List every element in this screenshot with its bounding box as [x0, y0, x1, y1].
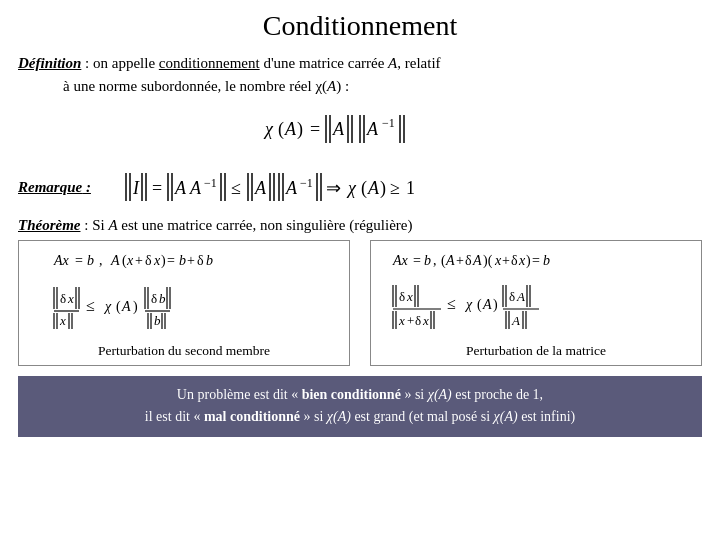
svg-text:χ: χ: [263, 119, 274, 139]
svg-text:x: x: [494, 253, 502, 268]
svg-text:I: I: [132, 178, 140, 198]
page-title: Conditionnement: [18, 10, 702, 42]
svg-text:A: A: [110, 253, 120, 268]
svg-text:χ: χ: [103, 299, 112, 314]
svg-text:δ: δ: [197, 253, 204, 268]
svg-text:≥: ≥: [390, 178, 400, 198]
svg-text:x: x: [406, 289, 413, 304]
svg-text:=: =: [152, 178, 162, 198]
svg-text:(: (: [116, 299, 121, 315]
svg-text:A: A: [285, 178, 298, 198]
svg-text:b: b: [179, 253, 186, 268]
svg-text:x: x: [398, 313, 405, 328]
definition-keyword: conditionnement: [159, 55, 260, 71]
svg-text:δ: δ: [465, 253, 472, 268]
svg-text:,: ,: [433, 253, 437, 268]
svg-text:δ: δ: [415, 313, 421, 328]
svg-text:δ: δ: [509, 289, 515, 304]
svg-text:b: b: [206, 253, 213, 268]
svg-text:⇒: ⇒: [326, 178, 341, 198]
svg-text:): ): [526, 253, 531, 269]
svg-text:≤: ≤: [447, 295, 456, 312]
svg-text:Ax: Ax: [392, 253, 409, 268]
svg-text:): ): [380, 178, 386, 199]
svg-text:x: x: [67, 291, 74, 306]
bottom-bar: Un problème est dit « bien conditionné »…: [18, 376, 702, 437]
definition-colon: :: [341, 78, 349, 94]
svg-text:δ: δ: [60, 291, 66, 306]
box2: Ax = b , ( A + δ A )( x + δ x ) = b: [370, 240, 702, 366]
svg-text:χ: χ: [346, 178, 357, 198]
svg-text:=: =: [532, 253, 540, 268]
svg-text:)(: )(: [483, 253, 493, 269]
svg-text:+: +: [456, 253, 464, 268]
svg-text:): ): [133, 299, 138, 315]
svg-text:≤: ≤: [231, 178, 241, 198]
svg-text:=: =: [310, 119, 320, 139]
svg-text:A: A: [367, 178, 380, 198]
svg-text:A: A: [121, 299, 131, 314]
svg-text:A: A: [472, 253, 482, 268]
svg-text:=: =: [75, 253, 83, 268]
svg-text:A: A: [511, 313, 520, 328]
svg-text:b: b: [159, 291, 166, 306]
svg-text:≤: ≤: [86, 297, 95, 314]
svg-text:): ): [297, 119, 303, 140]
remarque-label: Remarque :: [18, 179, 108, 196]
svg-text:χ: χ: [464, 297, 473, 312]
theorem-text: Théorème : Si A est une matrice carrée, …: [18, 217, 702, 234]
svg-text:+: +: [407, 313, 414, 328]
svg-text:x: x: [422, 313, 429, 328]
svg-text:=: =: [413, 253, 421, 268]
box2-caption: Perturbation de la matrice: [381, 343, 691, 359]
svg-text:Ax: Ax: [53, 253, 70, 268]
svg-text:−1: −1: [382, 116, 395, 130]
svg-text:b: b: [543, 253, 550, 268]
definition-text2: d'une matrice carrée: [260, 55, 388, 71]
box1-caption: Perturbation du second membre: [29, 343, 339, 359]
svg-text:A: A: [284, 119, 297, 139]
svg-text:x: x: [153, 253, 161, 268]
bottom-line1: Un problème est dit « bien conditionné »…: [34, 384, 686, 406]
remarque-row: Remarque : I = A A −1 ≤ A: [18, 165, 702, 209]
svg-text:δ: δ: [145, 253, 152, 268]
svg-text:b: b: [87, 253, 94, 268]
svg-text:(: (: [361, 178, 367, 199]
theorem-label: Théorème: [18, 217, 80, 233]
svg-text:A: A: [332, 119, 345, 139]
svg-text:−1: −1: [300, 176, 313, 190]
definition-text: Définition : on appelle conditionnement …: [18, 52, 702, 97]
definition-text3: , relatif: [397, 55, 440, 71]
definition-text4: à une norme subordonnée, le nombre réel: [63, 78, 315, 94]
svg-text:A: A: [482, 297, 492, 312]
definition-label: Définition: [18, 55, 81, 71]
svg-text:+: +: [502, 253, 510, 268]
definition-block: Définition : on appelle conditionnement …: [18, 52, 702, 157]
theorem-block: Théorème : Si A est une matrice carrée, …: [18, 217, 702, 366]
box1: Ax = b , A ( x + δ x ) = b + δ b: [18, 240, 350, 366]
definition-chiA: χ(A): [315, 78, 341, 94]
definition-A: A: [388, 55, 397, 71]
svg-text:A: A: [254, 178, 267, 198]
svg-text:A: A: [366, 119, 379, 139]
svg-text:+: +: [187, 253, 195, 268]
svg-text:δ: δ: [151, 291, 157, 306]
svg-text:δ: δ: [511, 253, 518, 268]
svg-text:x: x: [518, 253, 526, 268]
definition-text1: : on appelle: [81, 55, 158, 71]
theorem-boxes: Ax = b , A ( x + δ x ) = b + δ b: [18, 240, 702, 366]
svg-text:x: x: [59, 313, 66, 328]
bottom-line2: il est dit « mal conditionné » si χ(A) e…: [34, 406, 686, 428]
svg-text:A: A: [516, 289, 525, 304]
svg-text:(: (: [477, 297, 482, 313]
definition-formula: χ ( A ) = A A −1: [18, 105, 702, 153]
svg-text:b: b: [424, 253, 431, 268]
svg-text:): ): [161, 253, 166, 269]
svg-text:A: A: [445, 253, 455, 268]
svg-text:=: =: [167, 253, 175, 268]
svg-text:−1: −1: [204, 176, 217, 190]
svg-text:A: A: [189, 178, 202, 198]
svg-text:): ): [493, 297, 498, 313]
svg-text:,: ,: [99, 253, 103, 268]
svg-text:x: x: [126, 253, 134, 268]
